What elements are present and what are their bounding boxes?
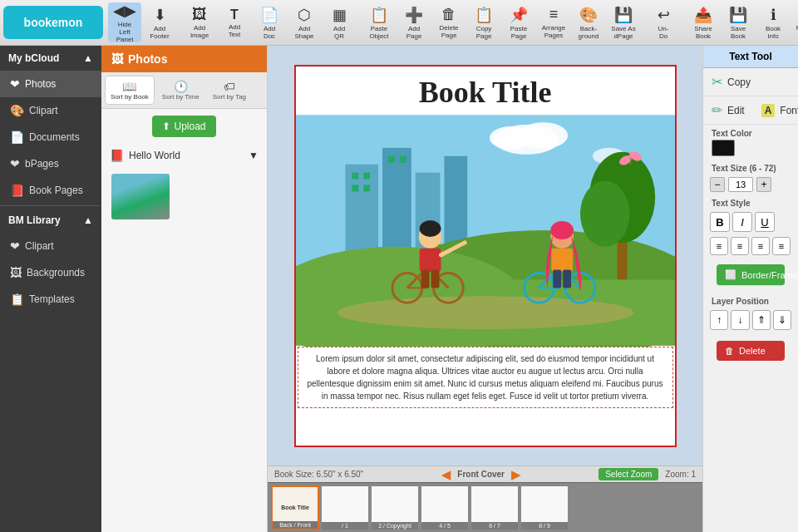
preview-book-btn[interactable]: 👁 PreviewBook: [791, 2, 798, 42]
svg-rect-12: [363, 185, 370, 191]
thumb-item-6[interactable]: 8 / 9: [520, 485, 569, 530]
copy-label: Copy: [727, 76, 751, 88]
hide-left-panel-btn[interactable]: ◀▶ HideLeft Panel: [108, 2, 141, 42]
sidebar: My bCloud ▲ ❤ Photos 🎨 Clipart 📄 Documen…: [0, 46, 101, 532]
copy-page-btn[interactable]: 📋 CopyPage: [467, 2, 500, 42]
front-cover-label: Front Cover: [457, 470, 505, 479]
sidebar-item-backgrounds[interactable]: 🖼 Backgrounds: [0, 259, 101, 286]
page-canvas[interactable]: Book Title: [294, 65, 677, 447]
add-text-icon: T: [230, 7, 239, 22]
svg-rect-32: [431, 269, 439, 288]
align-center-btn[interactable]: ≡: [731, 237, 749, 255]
thumb-item-1[interactable]: Book Title Back / Front: [271, 485, 319, 530]
layer-up-btn[interactable]: ↑: [710, 310, 728, 330]
delete-label: Delete: [739, 346, 766, 356]
upload-button[interactable]: ⬆ Upload: [152, 116, 215, 137]
select-zoom-btn[interactable]: Select Zoom: [598, 468, 658, 480]
sort-by-time-label: Sort by Time: [162, 93, 200, 101]
text-size-input[interactable]: [728, 177, 753, 192]
save-as-dpage-label: Save AsdPage: [611, 25, 635, 40]
sidebar-item-book-pages[interactable]: 📕 Book Pages: [0, 177, 101, 204]
text-color-box[interactable]: [712, 140, 735, 156]
add-page-label: AddPage: [406, 25, 422, 40]
add-doc-icon: 📄: [260, 6, 278, 24]
thumb-item-5[interactable]: 6 / 7: [470, 485, 519, 530]
thumb-item-3[interactable]: 2 / Copyright: [371, 485, 419, 530]
add-doc-btn[interactable]: 📄 AddDoc: [253, 2, 286, 42]
add-shape-label: AddShape: [294, 25, 313, 40]
sidebar-item-bpages[interactable]: ❤ bPages: [0, 150, 101, 177]
undo-label: Un-Do: [658, 25, 669, 40]
add-footer-icon: ⬇: [154, 6, 166, 24]
bm-library-section[interactable]: BM Library ▲: [0, 208, 101, 233]
photos-tabs: 📖 Sort by Book 🕐 Sort by Time 🏷 Sort by …: [101, 72, 267, 109]
undo-icon: ↩: [658, 6, 670, 24]
share-book-btn[interactable]: 📤 ShareBook: [687, 2, 720, 42]
italic-btn[interactable]: I: [732, 212, 752, 232]
svg-rect-9: [352, 172, 358, 179]
canvas-wrapper: Book Title: [268, 46, 702, 466]
align-justify-btn[interactable]: ≡: [772, 237, 791, 255]
delete-page-btn[interactable]: 🗑 DeletePage: [432, 2, 466, 42]
bm-library-chevron: ▲: [83, 214, 93, 226]
add-footer-btn[interactable]: ⬇ AddFooter: [143, 2, 176, 42]
text-size-row: − +: [703, 175, 798, 195]
bold-btn[interactable]: B: [710, 212, 730, 232]
align-right-btn[interactable]: ≡: [751, 237, 770, 255]
book-item-hello-world[interactable]: 📕 Hello World ▼: [101, 144, 267, 167]
book-info-btn[interactable]: ℹ BookInfo: [756, 2, 790, 42]
background-btn[interactable]: 🎨 Back-ground: [572, 2, 605, 42]
text-color-section-label: Text Color: [703, 125, 798, 140]
text-size-plus-btn[interactable]: +: [756, 177, 771, 192]
layer-bottom-btn[interactable]: ⇓: [773, 310, 791, 330]
add-qr-btn[interactable]: ▦ AddQR: [323, 2, 356, 42]
add-page-icon: ➕: [405, 6, 423, 24]
photo-thumb-1[interactable]: [111, 174, 170, 219]
tab-sort-by-book[interactable]: 📖 Sort by Book: [105, 76, 155, 105]
photos-header-icon: 🖼: [111, 52, 123, 66]
next-page-arrow[interactable]: ▶: [511, 468, 520, 481]
add-text-label: AddText: [229, 23, 241, 38]
underline-btn[interactable]: U: [755, 212, 775, 232]
thumb-item-4[interactable]: 4 / 5: [421, 485, 469, 530]
copy-page-icon: 📋: [475, 6, 493, 24]
layer-top-btn[interactable]: ⇑: [752, 310, 771, 330]
page-body-text[interactable]: Lorem ipsum dolor sit amet, consectetur …: [298, 347, 673, 408]
thumb-2-label: / 1: [322, 522, 368, 530]
copy-btn[interactable]: ✂ Copy: [703, 68, 798, 96]
text-align-row: ≡ ≡ ≡ ≡: [703, 234, 798, 258]
save-as-dpage-btn[interactable]: 💾 Save AsdPage: [607, 2, 640, 42]
prev-page-arrow[interactable]: ◀: [441, 468, 451, 481]
arrange-pages-btn[interactable]: ≡ ArrangePages: [537, 2, 570, 42]
save-book-btn[interactable]: 💾 SaveBook: [722, 2, 755, 42]
text-size-minus-btn[interactable]: −: [710, 177, 725, 192]
edit-btn[interactable]: ✏ Edit: [703, 96, 753, 124]
sidebar-item-documents[interactable]: 📄 Documents: [0, 124, 101, 150]
sidebar-item-photos[interactable]: ❤ Photos: [0, 71, 101, 97]
paste-object-btn[interactable]: 📋 PasteObject: [362, 2, 396, 42]
font-btn[interactable]: A Font: [753, 96, 798, 124]
layer-down-btn[interactable]: ↓: [731, 310, 749, 330]
my-bcloud-section[interactable]: My bCloud ▲: [0, 46, 101, 71]
add-page-btn[interactable]: ➕ AddPage: [397, 2, 431, 42]
border-frame-btn[interactable]: ⬜ Border/Frame: [717, 264, 785, 286]
paste-page-btn[interactable]: 📌 PastePage: [502, 2, 535, 42]
undo-btn[interactable]: ↩ Un-Do: [647, 2, 680, 42]
add-shape-btn[interactable]: ⬡ AddShape: [288, 2, 321, 42]
add-image-btn[interactable]: 🖼 AddImage: [183, 2, 216, 42]
sidebar-item-bm-clipart[interactable]: ❤ Clipart: [0, 233, 101, 259]
tab-sort-by-time[interactable]: 🕐 Sort by Time: [156, 76, 205, 105]
tab-sort-by-tag[interactable]: 🏷 Sort by Tag: [207, 76, 252, 105]
edit-icon: ✏: [712, 102, 722, 118]
upload-label: Upload: [174, 121, 205, 132]
thumb-item-2[interactable]: / 1: [321, 485, 369, 530]
align-left-btn[interactable]: ≡: [710, 237, 728, 255]
delete-btn[interactable]: 🗑 Delete: [717, 341, 785, 361]
sidebar-item-templates[interactable]: 📋 Templates: [0, 286, 101, 313]
sidebar-item-clipart[interactable]: 🎨 Clipart: [0, 97, 101, 124]
right-panel-header: Text Tool: [703, 46, 798, 68]
add-text-btn[interactable]: T AddText: [218, 2, 251, 42]
hide-left-panel-label: HideLeft Panel: [111, 21, 138, 43]
delete-page-icon: 🗑: [441, 6, 456, 23]
backgrounds-icon: 🖼: [10, 266, 22, 279]
